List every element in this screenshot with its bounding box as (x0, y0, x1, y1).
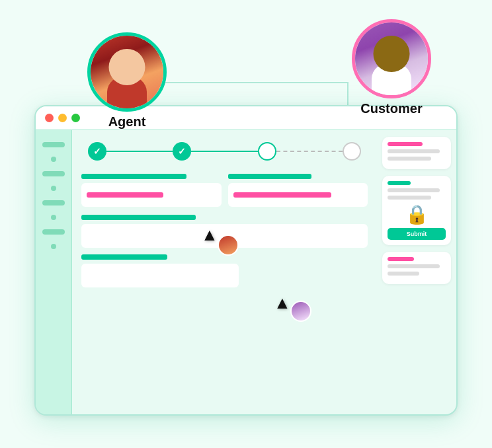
form-field-2[interactable] (228, 183, 368, 207)
form-label-2 (228, 174, 312, 179)
form-row-1 (81, 174, 368, 207)
sidebar-dot-1 (51, 157, 56, 162)
progress-bar: ✓ ✓ (81, 142, 368, 161)
field-highlight-1 (87, 192, 163, 198)
customer-avatar-circle (352, 19, 431, 98)
agent-face (109, 49, 145, 85)
sidebar-dot-3 (51, 215, 56, 220)
step-3 (258, 142, 276, 161)
panel-card-3 (382, 252, 451, 284)
agent-photo (91, 36, 163, 108)
panel-card-1 (382, 137, 451, 169)
customer-mini-avatar (290, 301, 311, 322)
step-4 (343, 142, 361, 161)
panel-line-green-1 (388, 181, 411, 185)
form-field-1[interactable] (81, 183, 222, 207)
panel-line-gray-1 (388, 149, 440, 153)
agent-label: Agent (108, 114, 146, 130)
browser-content: ✓ ✓ (36, 130, 456, 414)
customer-photo (355, 22, 428, 95)
field-highlight-2 (233, 192, 331, 198)
form-group-1 (81, 174, 222, 207)
form-row-label-3 (81, 254, 167, 260)
dot-green[interactable] (71, 114, 80, 122)
right-panel: 🔒 Submit (377, 130, 456, 414)
step-line-3 (276, 151, 343, 153)
scene: Agent Customer (21, 32, 471, 416)
agent-mini-avatar (218, 235, 239, 256)
panel-line-pink-1 (388, 142, 423, 146)
browser-window: ✓ ✓ (34, 105, 458, 416)
customer-label: Customer (360, 101, 422, 116)
lock-button[interactable]: Submit (388, 228, 446, 240)
step-1: ✓ (88, 142, 106, 161)
panel-line-gray-6 (388, 272, 419, 276)
panel-line-gray-3 (388, 188, 440, 192)
customer-avatar: Customer (352, 19, 431, 116)
dot-yellow[interactable] (58, 114, 67, 122)
sidebar-item-1[interactable] (42, 142, 65, 147)
step-line-2 (191, 151, 257, 153)
panel-line-gray-5 (388, 264, 440, 268)
main-area: ✓ ✓ (72, 130, 377, 414)
form-row-label-2 (81, 215, 196, 220)
sidebar-item-3[interactable] (42, 200, 65, 205)
panel-line-pink-2 (388, 257, 414, 261)
sidebar-dot-4 (51, 244, 56, 249)
customer-face (374, 36, 410, 72)
sidebar (36, 130, 72, 414)
sidebar-item-2[interactable] (42, 171, 65, 176)
sidebar-dot-2 (51, 186, 56, 191)
form-group-2 (228, 174, 368, 207)
panel-card-2: 🔒 Submit (382, 176, 451, 245)
lock-icon: 🔒 (405, 204, 429, 225)
agent-avatar: Agent (87, 32, 167, 130)
form-field-half[interactable] (81, 264, 239, 287)
step-line-1 (106, 151, 173, 153)
panel-line-gray-2 (388, 157, 431, 161)
panel-line-gray-4 (388, 196, 431, 200)
sidebar-item-4[interactable] (42, 229, 65, 235)
step-2: ✓ (173, 142, 191, 161)
agent-avatar-circle (87, 32, 167, 112)
dot-red[interactable] (45, 114, 54, 122)
form-label-1 (81, 174, 186, 179)
